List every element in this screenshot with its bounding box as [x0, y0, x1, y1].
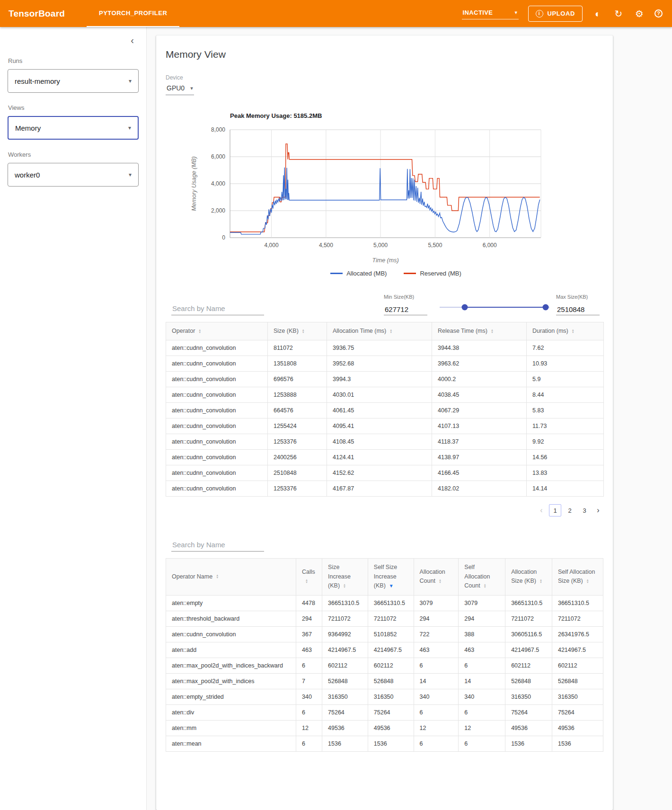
table-cell: 3944.38 [432, 340, 527, 356]
table-header-row: Operator Name▲▼Calls▲▼Size Increase (KB)… [166, 559, 603, 595]
column-header-allocation-time-ms[interactable]: Allocation Time (ms)▲▼ [327, 322, 432, 340]
page-button-1[interactable]: 1 [549, 504, 561, 516]
sort-icon[interactable]: ▲▼ [198, 329, 201, 334]
column-header-allocation-size-kb[interactable]: Allocation Size (KB)▲▼ [505, 559, 552, 595]
table-cell: aten::cudnn_convolution [166, 465, 268, 481]
table-cell: aten::cudnn_convolution [166, 450, 268, 465]
table-cell: 6 [414, 658, 459, 673]
column-header-release-time-ms[interactable]: Release Time (ms)▲▼ [432, 322, 527, 340]
contrast-icon[interactable]: ◐ [592, 8, 603, 19]
sort-icon[interactable]: ▲▼ [343, 584, 346, 588]
upload-button[interactable]: i UPLOAD [528, 6, 583, 22]
table-cell: aten::add [166, 642, 296, 658]
table-row: aten::max_pool2d_with_indices_backward66… [166, 658, 603, 673]
sort-icon[interactable]: ▲▼ [491, 329, 494, 334]
search-by-name-input-2[interactable] [171, 538, 264, 552]
column-header-self-allocation-count[interactable]: Self Allocation Count▲▼ [459, 559, 505, 595]
device-select[interactable]: GPU0 ▾ [166, 83, 194, 95]
sort-down-arrow: ▼ [491, 331, 494, 334]
table-cell: 4478 [296, 595, 322, 611]
max-size-input[interactable] [556, 304, 600, 315]
table-cell: 1253376 [268, 481, 327, 497]
sort-down-arrow: ▼ [572, 331, 575, 334]
max-size-label: Max Size(KB) [556, 294, 600, 300]
table-cell: 9.92 [527, 434, 604, 450]
main-content: Memory View Device GPU0 ▾ Peak Memory Us… [147, 27, 672, 810]
table-cell: 294 [414, 611, 459, 626]
table-cell: 463 [296, 642, 322, 658]
table-cell: 1536 [322, 736, 368, 751]
sort-icon[interactable]: ▲▼ [389, 329, 392, 334]
column-header-label: Release Time (ms) [438, 328, 487, 334]
column-header-size-increase-kb[interactable]: Size Increase (KB)▲▼ [322, 559, 368, 595]
table-cell: 36651310.5 [368, 595, 414, 611]
sort-icon[interactable]: ▲▼ [439, 579, 442, 584]
sort-icon[interactable]: ▲▼ [484, 584, 486, 588]
sort-icon[interactable]: ▲▼ [216, 574, 219, 579]
column-header-self-allocation-size-kb[interactable]: Self Allocation Size (KB)▲▼ [552, 559, 603, 595]
column-header-duration-ms[interactable]: Duration (ms)▲▼ [527, 322, 604, 340]
table-cell: 49536 [322, 720, 368, 736]
page-button-2[interactable]: 2 [564, 504, 576, 516]
table-cell: 6 [459, 736, 505, 751]
table-cell: 36651310.5 [322, 595, 368, 611]
column-header-operator[interactable]: Operator▲▼ [166, 322, 268, 340]
chevron-down-icon: ▾ [190, 85, 193, 91]
table-row: aten::cudnn_convolution6645764061.454067… [166, 403, 604, 418]
status-dropdown[interactable]: INACTIVE ▾ [462, 8, 519, 19]
column-header-size-kb[interactable]: Size (KB)▲▼ [268, 322, 327, 340]
table-cell: 602112 [552, 658, 603, 673]
pagination-prev-icon[interactable]: ‹ [536, 504, 547, 516]
slider-range[interactable] [465, 307, 546, 308]
chevron-left-icon[interactable]: ‹ [131, 36, 134, 45]
table-row: aten::cudnn_convolution12554244095.41410… [166, 418, 604, 434]
slider-thumb-max[interactable] [542, 304, 548, 311]
column-header-calls[interactable]: Calls▲▼ [296, 559, 322, 595]
table-cell: 4061.45 [327, 403, 432, 418]
sort-icon[interactable]: ▲▼ [389, 584, 394, 588]
runs-select[interactable]: result-memory ▾ [8, 69, 139, 93]
sort-icon[interactable]: ▲▼ [539, 579, 542, 584]
table-cell: 14.14 [527, 481, 604, 497]
table-cell: 12 [459, 720, 505, 736]
refresh-icon[interactable]: ↻ [613, 8, 624, 19]
table-cell: 4166.45 [432, 465, 527, 481]
pagination-next-icon[interactable]: › [593, 504, 603, 516]
table-cell: 4095.41 [327, 418, 432, 434]
views-select[interactable]: Memory ▾ [8, 116, 139, 140]
sort-icon[interactable]: ▲▼ [302, 329, 305, 334]
sort-down-arrow: ▼ [305, 581, 308, 584]
info-icon: i [536, 10, 543, 18]
column-header-self-size-increase-kb[interactable]: Self Size Increase (KB)▲▼ [368, 559, 414, 595]
sort-icon[interactable]: ▲▼ [305, 579, 308, 584]
tab-pytorch-profiler[interactable]: PYTORCH_PROFILER [87, 0, 179, 27]
search-by-name-input[interactable] [171, 302, 264, 315]
sort-down-arrow: ▼ [343, 586, 346, 588]
table-cell: 6 [296, 658, 322, 673]
size-range-slider[interactable] [440, 303, 549, 311]
table-cell: 75264 [368, 704, 414, 720]
table-cell: aten::cudnn_convolution [166, 372, 268, 387]
table-row: aten::cudnn_convolution8110723936.753944… [166, 340, 604, 356]
column-header-operator-name[interactable]: Operator Name▲▼ [166, 559, 296, 595]
table-cell: 4038.45 [432, 387, 527, 403]
table-cell: 1351808 [268, 356, 327, 372]
table-cell: 4107.13 [432, 418, 527, 434]
table-cell: aten::max_pool2d_with_indices_backward [166, 658, 296, 673]
table-cell: 811072 [268, 340, 327, 356]
page-button-3[interactable]: 3 [578, 504, 591, 516]
table-cell: 5.83 [527, 403, 604, 418]
settings-icon[interactable]: ⚙ [634, 8, 645, 19]
workers-select[interactable]: worker0 ▾ [8, 163, 139, 187]
sort-icon[interactable]: ▲▼ [572, 329, 575, 334]
min-size-input[interactable] [384, 304, 427, 315]
table-cell: 6 [459, 658, 505, 673]
sort-icon[interactable]: ▲▼ [586, 579, 589, 584]
memory-events-filters: Min Size(KB) Max Size(KB) [171, 294, 600, 315]
slider-thumb-min[interactable] [462, 304, 468, 311]
help-icon[interactable]: ? [654, 9, 663, 18]
column-header-allocation-count[interactable]: Allocation Count▲▼ [414, 559, 459, 595]
table-row: aten::cudnn_convolution36793649925101852… [166, 626, 603, 642]
sort-down-arrow: ▼ [198, 331, 201, 334]
table-row: aten::empty447836651310.536651310.530793… [166, 595, 603, 611]
